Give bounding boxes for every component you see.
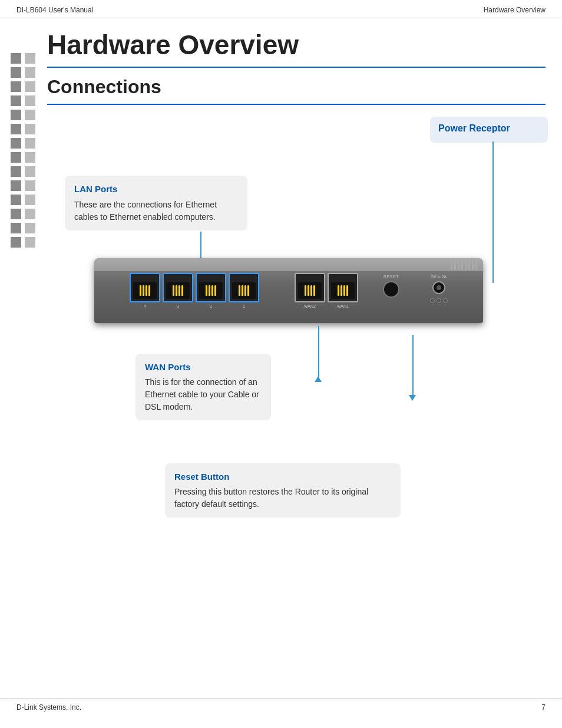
callout-power-title: Power Receptor — [438, 121, 540, 136]
router-top-strip — [94, 258, 483, 271]
sidebar-decoration — [11, 53, 35, 248]
wan-arrow-up — [315, 376, 322, 382]
callout-wan-title: WAN Ports — [145, 361, 262, 374]
lan-port-3: 3 — [163, 273, 193, 302]
router-body: 4 3 LAN 2 1 — [94, 258, 483, 323]
reset-connector-line — [412, 335, 414, 397]
footer-left: D-Link Systems, Inc. — [16, 703, 81, 711]
callout-reset-body: Pressing this button restores the Router… — [174, 486, 391, 510]
reset-label: RESET — [384, 275, 399, 279]
title-block: Hardware Overview — [47, 18, 546, 68]
page-subtitle: Connections — [47, 76, 546, 98]
main-content: Hardware Overview Connections Power Rece… — [41, 18, 562, 534]
lan-port-2: 2 — [196, 273, 226, 302]
page-footer: D-Link Systems, Inc. 7 — [0, 698, 562, 716]
power-connector-area: 5V ═ 2A — [430, 275, 448, 303]
power-jack — [432, 281, 445, 294]
callout-reset-title: Reset Button — [174, 470, 391, 484]
reset-circle — [383, 281, 399, 298]
router-image: 4 3 LAN 2 1 — [94, 258, 483, 341]
callout-wan-ports: WAN Ports This is for the connection of … — [135, 354, 271, 421]
diagram-area: Power Receptor LAN Ports These are the c… — [65, 117, 548, 518]
wan-port-1: WAN1 — [328, 273, 358, 302]
wan-port-2: WAN2 — [295, 273, 325, 302]
callout-reset-button: Reset Button Pressing this button restor… — [165, 463, 401, 518]
callout-lan-body: These are the connections for Ethernet c… — [74, 199, 238, 223]
header-right: Hardware Overview — [484, 6, 546, 14]
power-label: 5V ═ 2A — [431, 275, 447, 279]
callout-lan-title: LAN Ports — [74, 183, 238, 196]
subtitle-block: Connections — [47, 68, 546, 105]
wan-connector-line-up — [318, 326, 319, 379]
callout-wan-body: This is for the connection of an Etherne… — [145, 376, 262, 413]
footer-right: 7 — [541, 703, 546, 711]
lan-port-1: 1 — [229, 273, 259, 302]
router-vents — [451, 259, 477, 270]
page-title: Hardware Overview — [47, 29, 546, 61]
header-left: DI-LB604 User's Manual — [16, 6, 93, 14]
page-header: DI-LB604 User's Manual Hardware Overview — [0, 0, 562, 18]
lan-port-4: 4 — [130, 273, 160, 302]
reset-arrow-down — [409, 395, 416, 401]
wan-ports-group: WAN2 WAN1 — [295, 273, 358, 302]
lan-ports-group: 4 3 LAN 2 1 — [130, 273, 259, 302]
reset-button-area: RESET — [383, 275, 399, 298]
power-connector-line — [492, 141, 494, 283]
callout-power-receptor: Power Receptor — [430, 117, 548, 143]
callout-lan-ports: LAN Ports These are the connections for … — [65, 176, 247, 230]
